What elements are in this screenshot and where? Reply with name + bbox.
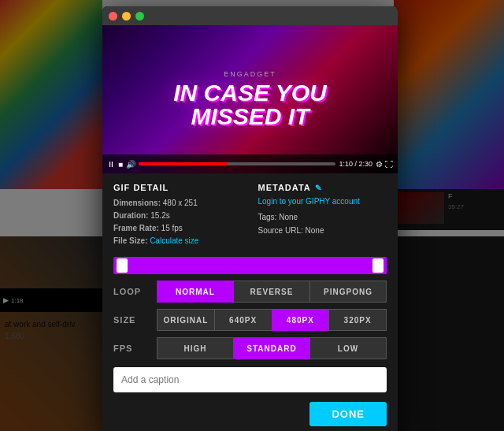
- caption-area: [102, 362, 398, 397]
- fps-label: FPS: [113, 344, 157, 353]
- scrubber-track[interactable]: [113, 257, 387, 274]
- size-480px-button[interactable]: 480PX: [272, 309, 329, 331]
- video-time: 1:10 / 2:30: [339, 160, 372, 168]
- tags: Tags: None: [258, 210, 387, 224]
- tags-label: Tags:: [258, 213, 277, 221]
- fps-row: FPS HIGH STANDARD LOW: [102, 334, 398, 362]
- size-row: SIZE ORIGINAL 640PX 480PX 320PX: [102, 306, 398, 334]
- progress-bar[interactable]: [139, 162, 335, 165]
- caption-input[interactable]: [113, 367, 387, 392]
- video-preview: engadget IN CASE YOU MISSED IT ⏸ ■ 🔊 1:1…: [102, 25, 398, 173]
- loop-row: LOOP NORMAL REVERSE PINGPONG: [102, 277, 398, 306]
- metadata-heading: METADATA ✎: [258, 183, 387, 192]
- size-320px-button[interactable]: 320PX: [328, 309, 387, 331]
- minimize-button[interactable]: [122, 12, 131, 20]
- scrubber-handle-right[interactable]: [372, 258, 384, 273]
- dimensions-label: Dimensions:: [113, 199, 161, 207]
- detail-section: GIF DETAIL Dimensions: 480 x 251 Duratio…: [102, 173, 398, 254]
- frame-rate-value: 15 fps: [161, 224, 183, 232]
- scrubber-area: [102, 254, 398, 277]
- size-original-button[interactable]: ORIGINAL: [157, 309, 214, 331]
- volume-icon[interactable]: 🔊: [126, 160, 135, 169]
- login-link[interactable]: Login to your GIPHY account: [258, 197, 387, 206]
- tags-value: None: [279, 213, 298, 221]
- duration-value: 15.2s: [150, 211, 169, 220]
- video-background: engadget IN CASE YOU MISSED IT: [102, 25, 398, 173]
- duration-label: Duration:: [113, 211, 148, 220]
- source-value: None: [306, 226, 324, 235]
- modal-titlebar: [102, 6, 398, 25]
- maximize-button[interactable]: [135, 12, 144, 20]
- settings-icon[interactable]: ⚙: [376, 160, 383, 169]
- progress-fill: [139, 162, 228, 165]
- duration: Duration: 15.2s: [113, 210, 243, 222]
- dimensions-value: 480 x 251: [163, 199, 198, 207]
- loop-normal-button[interactable]: NORMAL: [157, 281, 233, 303]
- gif-detail-heading: GIF DETAIL: [113, 183, 243, 192]
- video-title-line2: MISSED IT: [173, 105, 327, 128]
- done-button[interactable]: DONE: [309, 402, 387, 426]
- metadata-heading-text: METADATA: [258, 183, 311, 192]
- done-area: DONE: [102, 397, 398, 431]
- video-title: IN CASE YOU MISSED IT: [173, 81, 327, 128]
- metadata-section: METADATA ✎ Login to your GIPHY account T…: [258, 183, 387, 247]
- size-label: SIZE: [113, 315, 157, 325]
- stop-icon[interactable]: ■: [118, 160, 123, 169]
- modal-dialog: engadget IN CASE YOU MISSED IT ⏸ ■ 🔊 1:1…: [102, 6, 398, 431]
- fps-standard-button[interactable]: STANDARD: [233, 337, 309, 359]
- source-label: Source URL:: [258, 226, 303, 235]
- file-size: File Size: Calculate size: [113, 235, 243, 247]
- fps-high-button[interactable]: HIGH: [157, 337, 233, 359]
- dimensions: Dimensions: 480 x 251: [113, 197, 243, 210]
- loop-pingpong-button[interactable]: PINGPONG: [309, 281, 387, 303]
- edit-icon[interactable]: ✎: [315, 184, 322, 192]
- fps-options: HIGH STANDARD LOW: [157, 337, 387, 359]
- size-640px-button[interactable]: 640PX: [214, 309, 272, 331]
- frame-rate: Frame Rate: 15 fps: [113, 222, 243, 235]
- size-options: ORIGINAL 640PX 480PX 320PX: [157, 309, 387, 331]
- loop-options: NORMAL REVERSE PINGPONG: [157, 281, 387, 303]
- close-button[interactable]: [109, 12, 117, 20]
- video-icon-group: ⚙ ⛶: [376, 160, 393, 169]
- fullscreen-icon[interactable]: ⛶: [385, 160, 393, 169]
- frame-rate-label: Frame Rate:: [113, 224, 159, 232]
- video-controls: ⏸ ■ 🔊 1:10 / 2:30 ⚙ ⛶: [102, 154, 398, 173]
- file-size-label: File Size:: [113, 236, 147, 245]
- source-url: Source URL: None: [258, 224, 387, 237]
- calculate-size-link[interactable]: Calculate size: [150, 236, 198, 245]
- loop-label: LOOP: [113, 287, 157, 296]
- pause-icon[interactable]: ⏸: [107, 160, 115, 169]
- fps-low-button[interactable]: LOW: [309, 337, 387, 359]
- gif-detail: GIF DETAIL Dimensions: 480 x 251 Duratio…: [113, 183, 243, 247]
- video-title-line1: IN CASE YOU: [173, 81, 327, 105]
- video-logo: engadget: [224, 70, 276, 78]
- scrubber-handle-left[interactable]: [117, 258, 128, 273]
- loop-reverse-button[interactable]: REVERSE: [233, 281, 309, 303]
